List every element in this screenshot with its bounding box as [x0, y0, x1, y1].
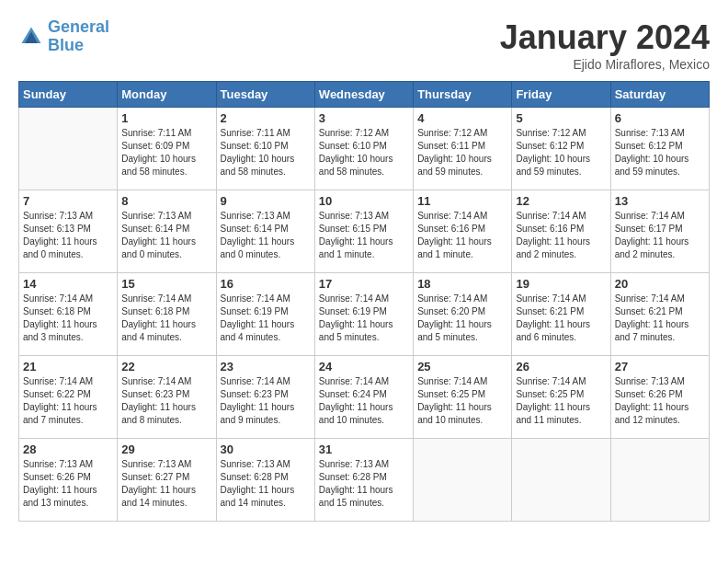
- day-number: 21: [23, 360, 113, 373]
- day-info: Sunrise: 7:14 AMSunset: 6:23 PMDaylight:…: [221, 375, 311, 427]
- day-number: 12: [516, 194, 606, 208]
- day-info: Sunrise: 7:14 AMSunset: 6:25 PMDaylight:…: [417, 375, 507, 427]
- calendar-cell: 31Sunrise: 7:13 AMSunset: 6:28 PMDayligh…: [314, 439, 413, 522]
- day-info: Sunrise: 7:14 AMSunset: 6:19 PMDaylight:…: [319, 293, 409, 344]
- calendar-cell: [19, 108, 118, 190]
- calendar-cell: 5Sunrise: 7:12 AMSunset: 6:12 PMDaylight…: [512, 108, 610, 190]
- logo-icon: [18, 24, 44, 50]
- day-number: 28: [23, 442, 113, 456]
- day-info: Sunrise: 7:13 AMSunset: 6:28 PMDaylight:…: [319, 458, 409, 510]
- day-info: Sunrise: 7:14 AMSunset: 6:16 PMDaylight:…: [417, 210, 507, 261]
- day-number: 26: [516, 360, 606, 373]
- calendar-cell: 8Sunrise: 7:13 AMSunset: 6:14 PMDaylight…: [118, 190, 216, 273]
- calendar-cell: 3Sunrise: 7:12 AMSunset: 6:10 PMDaylight…: [314, 108, 413, 190]
- calendar-cell: 4Sunrise: 7:12 AMSunset: 6:11 PMDaylight…: [414, 108, 512, 190]
- day-info: Sunrise: 7:12 AMSunset: 6:10 PMDaylight:…: [319, 127, 409, 178]
- day-number: 11: [417, 194, 507, 208]
- day-number: 29: [121, 442, 211, 456]
- page-header: GeneralBlue January 2024 Ejido Miraflore…: [18, 18, 710, 72]
- day-number: 23: [221, 360, 311, 373]
- calendar-cell: 19Sunrise: 7:14 AMSunset: 6:21 PMDayligh…: [512, 273, 610, 356]
- logo: GeneralBlue: [18, 18, 109, 55]
- calendar-cell: 16Sunrise: 7:14 AMSunset: 6:19 PMDayligh…: [216, 273, 314, 356]
- logo-text: GeneralBlue: [48, 18, 109, 55]
- day-info: Sunrise: 7:14 AMSunset: 6:16 PMDaylight:…: [516, 210, 606, 261]
- calendar-cell: 9Sunrise: 7:13 AMSunset: 6:14 PMDaylight…: [216, 190, 314, 273]
- weekday-header-row: SundayMondayTuesdayWednesdayThursdayFrid…: [19, 82, 710, 108]
- weekday-header-tuesday: Tuesday: [216, 82, 314, 108]
- day-info: Sunrise: 7:14 AMSunset: 6:22 PMDaylight:…: [23, 375, 113, 427]
- day-info: Sunrise: 7:14 AMSunset: 6:23 PMDaylight:…: [121, 375, 211, 427]
- day-info: Sunrise: 7:13 AMSunset: 6:28 PMDaylight:…: [221, 458, 311, 510]
- day-info: Sunrise: 7:14 AMSunset: 6:19 PMDaylight:…: [221, 293, 311, 344]
- calendar-cell: [512, 439, 610, 522]
- day-info: Sunrise: 7:14 AMSunset: 6:18 PMDaylight:…: [23, 293, 113, 344]
- weekday-header-friday: Friday: [512, 82, 610, 108]
- calendar-cell: 2Sunrise: 7:11 AMSunset: 6:10 PMDaylight…: [216, 108, 314, 190]
- calendar-cell: 14Sunrise: 7:14 AMSunset: 6:18 PMDayligh…: [19, 273, 118, 356]
- calendar-cell: 20Sunrise: 7:14 AMSunset: 6:21 PMDayligh…: [610, 273, 709, 356]
- calendar-cell: 15Sunrise: 7:14 AMSunset: 6:18 PMDayligh…: [118, 273, 216, 356]
- day-number: 1: [121, 111, 211, 125]
- weekday-header-thursday: Thursday: [414, 82, 512, 108]
- day-info: Sunrise: 7:14 AMSunset: 6:18 PMDaylight:…: [121, 293, 211, 344]
- day-number: 15: [121, 277, 211, 291]
- week-row-5: 28Sunrise: 7:13 AMSunset: 6:26 PMDayligh…: [19, 439, 710, 522]
- calendar-cell: 7Sunrise: 7:13 AMSunset: 6:13 PMDaylight…: [19, 190, 118, 273]
- weekday-header-wednesday: Wednesday: [314, 82, 413, 108]
- day-number: 14: [23, 277, 113, 291]
- week-row-4: 21Sunrise: 7:14 AMSunset: 6:22 PMDayligh…: [19, 356, 710, 439]
- day-number: 13: [615, 194, 705, 208]
- calendar-cell: 30Sunrise: 7:13 AMSunset: 6:28 PMDayligh…: [216, 439, 314, 522]
- day-number: 24: [319, 360, 409, 373]
- day-info: Sunrise: 7:14 AMSunset: 6:17 PMDaylight:…: [615, 210, 705, 261]
- day-info: Sunrise: 7:14 AMSunset: 6:21 PMDaylight:…: [516, 293, 606, 344]
- calendar-cell: 29Sunrise: 7:13 AMSunset: 6:27 PMDayligh…: [118, 439, 216, 522]
- location: Ejido Miraflores, Mexico: [500, 57, 710, 72]
- calendar-cell: 11Sunrise: 7:14 AMSunset: 6:16 PMDayligh…: [414, 190, 512, 273]
- day-info: Sunrise: 7:13 AMSunset: 6:14 PMDaylight:…: [221, 210, 311, 261]
- calendar-cell: 21Sunrise: 7:14 AMSunset: 6:22 PMDayligh…: [19, 356, 118, 439]
- calendar-cell: 25Sunrise: 7:14 AMSunset: 6:25 PMDayligh…: [414, 356, 512, 439]
- calendar-cell: 24Sunrise: 7:14 AMSunset: 6:24 PMDayligh…: [314, 356, 413, 439]
- day-info: Sunrise: 7:13 AMSunset: 6:13 PMDaylight:…: [23, 210, 113, 261]
- calendar-cell: 10Sunrise: 7:13 AMSunset: 6:15 PMDayligh…: [314, 190, 413, 273]
- day-number: 4: [417, 111, 507, 125]
- day-number: 20: [615, 277, 705, 291]
- weekday-header-sunday: Sunday: [19, 82, 118, 108]
- calendar-cell: [610, 439, 709, 522]
- calendar-cell: 26Sunrise: 7:14 AMSunset: 6:25 PMDayligh…: [512, 356, 610, 439]
- day-number: 17: [319, 277, 409, 291]
- day-info: Sunrise: 7:13 AMSunset: 6:26 PMDaylight:…: [615, 375, 705, 427]
- day-number: 18: [417, 277, 507, 291]
- title-block: January 2024 Ejido Miraflores, Mexico: [500, 18, 710, 72]
- day-number: 19: [516, 277, 606, 291]
- calendar-cell: 23Sunrise: 7:14 AMSunset: 6:23 PMDayligh…: [216, 356, 314, 439]
- calendar-cell: 17Sunrise: 7:14 AMSunset: 6:19 PMDayligh…: [314, 273, 413, 356]
- day-number: 10: [319, 194, 409, 208]
- day-info: Sunrise: 7:14 AMSunset: 6:21 PMDaylight:…: [615, 293, 705, 344]
- day-number: 3: [319, 111, 409, 125]
- week-row-1: 1Sunrise: 7:11 AMSunset: 6:09 PMDaylight…: [19, 108, 710, 190]
- calendar-cell: 6Sunrise: 7:13 AMSunset: 6:12 PMDaylight…: [610, 108, 709, 190]
- day-info: Sunrise: 7:13 AMSunset: 6:26 PMDaylight:…: [23, 458, 113, 510]
- calendar-cell: 1Sunrise: 7:11 AMSunset: 6:09 PMDaylight…: [118, 108, 216, 190]
- day-info: Sunrise: 7:13 AMSunset: 6:14 PMDaylight:…: [121, 210, 211, 261]
- day-info: Sunrise: 7:14 AMSunset: 6:25 PMDaylight:…: [516, 375, 606, 427]
- day-info: Sunrise: 7:12 AMSunset: 6:11 PMDaylight:…: [417, 127, 507, 178]
- weekday-header-monday: Monday: [118, 82, 216, 108]
- calendar-cell: [414, 439, 512, 522]
- day-info: Sunrise: 7:14 AMSunset: 6:24 PMDaylight:…: [319, 375, 409, 427]
- day-number: 22: [121, 360, 211, 373]
- calendar-cell: 18Sunrise: 7:14 AMSunset: 6:20 PMDayligh…: [414, 273, 512, 356]
- calendar-cell: 13Sunrise: 7:14 AMSunset: 6:17 PMDayligh…: [610, 190, 709, 273]
- weekday-header-saturday: Saturday: [610, 82, 709, 108]
- day-number: 31: [319, 442, 409, 456]
- month-title: January 2024: [500, 18, 710, 57]
- calendar-table: SundayMondayTuesdayWednesdayThursdayFrid…: [18, 81, 710, 522]
- calendar-cell: 12Sunrise: 7:14 AMSunset: 6:16 PMDayligh…: [512, 190, 610, 273]
- day-number: 2: [221, 111, 311, 125]
- day-info: Sunrise: 7:13 AMSunset: 6:27 PMDaylight:…: [121, 458, 211, 510]
- week-row-3: 14Sunrise: 7:14 AMSunset: 6:18 PMDayligh…: [19, 273, 710, 356]
- day-info: Sunrise: 7:13 AMSunset: 6:15 PMDaylight:…: [319, 210, 409, 261]
